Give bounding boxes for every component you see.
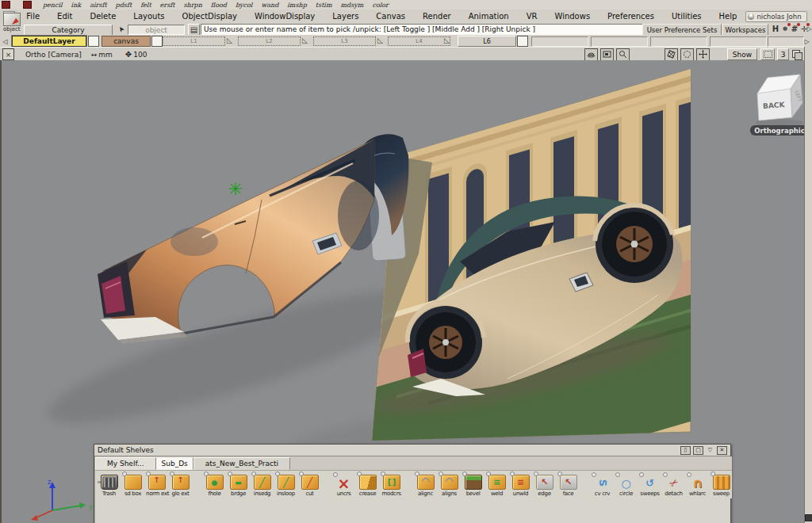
menu-item[interactable]: Layers [324,12,367,21]
marquee-button[interactable] [760,48,775,60]
brush-tab[interactable]: pdsft [116,2,141,9]
show-button[interactable]: Show [727,48,757,60]
layer-slot-corner-icon[interactable] [302,36,311,45]
shelf-item[interactable]: norm ext [146,475,167,497]
layer-prev-arrow[interactable] [2,36,9,46]
shelf-item[interactable]: crease [357,475,378,497]
shelf-item[interactable]: uncrs [333,476,354,497]
palette-icon[interactable] [23,1,32,9]
canvas-layer-button[interactable]: canvas [102,36,151,47]
pick-arrow-icon[interactable] [116,24,127,34]
brush-tab[interactable]: mdsym [341,2,373,9]
layer-slot-corner-icon[interactable] [444,36,453,45]
shelf-item[interactable]: sweep [710,475,732,497]
menu-item[interactable]: WindowDisplay [246,12,324,21]
image-plane-icon[interactable] [600,48,614,61]
shelf-minimize-icon[interactable]: ▢ [693,446,703,455]
brush-tab[interactable]: flood [211,2,236,9]
default-layer-button[interactable]: DefaultLayer [12,36,86,47]
pan-move-icon[interactable] [696,48,710,61]
menu-item[interactable]: Help [710,12,746,21]
toolbar-overflow-arrow[interactable] [806,24,812,33]
palette-icon[interactable] [2,1,10,9]
layer-slot-l6[interactable]: L6 [458,36,516,47]
brush-tab[interactable]: felt [140,2,159,9]
panes-button[interactable]: 3 [777,48,789,60]
shelf-item[interactable]: cut [299,475,320,497]
list-icon[interactable] [188,24,200,36]
layer-slot[interactable]: L2 [238,36,301,46]
shelf-item[interactable]: sd box [122,475,144,497]
menu-item[interactable]: Layouts [124,12,173,21]
menu-item[interactable]: ObjectDisplay [174,12,246,21]
empty-layer-slot[interactable] [650,36,707,47]
shelf-collapse-icon[interactable]: ▽ [706,447,714,454]
menu-item[interactable]: Animation [460,12,518,21]
shelf-item[interactable]: glo ext [170,475,191,497]
category-button[interactable]: Category [24,25,113,36]
view-cube-front-label[interactable]: BACK [763,101,786,110]
menu-item[interactable]: Delete [81,12,124,21]
shelf-item[interactable]: insloop [275,475,297,497]
shelf-item[interactable]: detach [663,476,684,497]
shelf-item[interactable]: Trash [98,475,120,497]
brush-tab[interactable]: tstim [316,2,341,9]
resize-corner-icon[interactable] [805,514,812,521]
brush-tab[interactable]: pencil [43,2,71,9]
layer-slot[interactable]: L4 [388,36,450,46]
menu-item[interactable]: Utilities [663,12,710,21]
brush-tab[interactable]: ersft [160,2,184,9]
snap-grid-icon[interactable] [790,23,799,34]
user-preference-sets-button[interactable]: User Preference Sets [642,24,722,36]
menu-item[interactable]: VR [518,12,546,21]
shelf-item[interactable]: alignc [415,475,436,497]
shelf-item[interactable]: fhole [204,475,225,497]
shelf-item[interactable]: insedg [251,475,273,497]
shelf-item[interactable]: face [557,475,579,497]
brush-tab[interactable]: imshp [287,2,316,9]
shelf-item[interactable]: brdge [228,475,249,497]
shelf-item[interactable]: unwld [510,475,531,497]
shelf-grip[interactable] [94,456,95,523]
window-stack-icon[interactable] [791,49,802,59]
empty-layer-slot[interactable] [591,36,648,47]
viewport-zoom[interactable]: 100 [125,50,147,59]
pick-object-tool[interactable]: object [3,13,24,33]
viewport-units[interactable]: mm [91,51,113,59]
menu-item[interactable]: Edit [48,12,81,21]
shelf-item[interactable]: aligns [439,475,460,497]
shelf-dock-icon[interactable]: ▯ [680,446,691,455]
menu-item[interactable]: Windows [546,12,599,21]
layer-slot-corner-icon[interactable] [227,36,236,45]
empty-layer-slot[interactable] [768,36,804,47]
shelf-item[interactable]: modcrs [381,475,402,497]
viewport-close-icon[interactable] [2,48,14,60]
brush-tab[interactable]: wand [261,2,287,9]
shelf-tab[interactable]: My Shelf... [95,457,156,470]
shelf-tab[interactable]: Sub_Ds [156,457,193,470]
brush-tab[interactable]: shrpn [183,2,210,9]
default-layer-checkbox[interactable] [88,36,99,47]
l6-checkbox[interactable] [517,36,528,47]
shelf-item[interactable]: sweeps [639,476,661,497]
twirl-view-icon[interactable] [665,48,678,61]
shelf-item[interactable]: cv crv [592,476,613,497]
object-name-field[interactable]: object [128,25,185,35]
menu-item[interactable]: Canvas [367,12,414,21]
menu-item[interactable]: Preferences [599,12,663,21]
magnifier-icon[interactable] [616,48,630,61]
lasso-circle-icon[interactable] [680,48,694,61]
shelf-item[interactable]: edge [534,475,555,497]
layer-slot-corner-icon[interactable] [377,36,386,45]
brush-tab[interactable]: ink [71,2,90,9]
shelf-title-bar[interactable]: Default Shelves ▯ ▢ ▽ ✕ [94,445,730,456]
brush-tab[interactable]: bycol [236,2,262,9]
shelf-item[interactable]: whlarc [687,476,708,497]
shelf-item[interactable]: weld [486,475,508,497]
layer-slot[interactable]: L3 [313,36,376,46]
empty-layer-slot[interactable] [710,36,767,47]
empty-layer-slot[interactable] [531,36,588,47]
brush-tab[interactable]: airsft [90,2,115,9]
shelf-item[interactable]: bevel [462,475,484,497]
history-icon[interactable] [771,23,780,34]
